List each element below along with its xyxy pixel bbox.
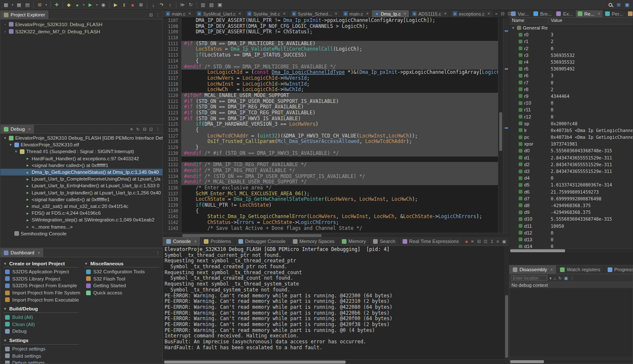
scrollbar-thumb[interactable] xyxy=(510,360,544,363)
dashboard-item[interactable]: Debug xyxy=(1,328,81,335)
register-row[interactable]: d105.5556036043368748e-315 xyxy=(509,216,633,222)
column-header-name[interactable]: Name xyxy=(509,18,549,24)
close-icon[interactable]: × xyxy=(550,267,553,272)
pin-console-icon[interactable]: ▣ xyxy=(502,239,506,244)
code-line[interactable]: 1119 LocHwCh = LocLogicChId->HwChId; xyxy=(163,87,509,93)
location-input[interactable] xyxy=(511,275,547,281)
tab-watch-registers[interactable]: Watch registers xyxy=(557,265,604,274)
dashboard-item[interactable]: Debug settings xyxy=(1,359,81,364)
code-line[interactable]: 1141 Static_Dma_Ip_GetLogicChannelError(… xyxy=(163,214,509,220)
editor-vertical-scrollbar[interactable] xyxy=(498,18,503,233)
open-perspective-icon[interactable]: ⊞ xyxy=(615,1,622,9)
section-arrow-icon[interactable]: ▾ xyxy=(3,338,7,342)
close-icon[interactable]: × xyxy=(28,127,31,132)
register-row[interactable]: d9-4294968368.375 xyxy=(509,209,633,216)
scrollbar-thumb[interactable] xyxy=(499,112,502,151)
code-line[interactable]: 1128 OsIf_Trusted_Call1param(Mcl_Dma_Set… xyxy=(163,139,509,145)
code-line[interactable]: 1118 LocHwInst = LocLogicChId->HwInstId; xyxy=(163,81,509,87)
code-line[interactable]: 1111#if (STD_ON == DMA_IP_MULTICORE_IS_A… xyxy=(163,41,509,47)
register-row[interactable]: d22.8434743655551529e-311 xyxy=(509,161,633,168)
word-wrap-icon[interactable]: ≡ xyxy=(497,239,499,244)
dashboard-section-header[interactable]: ▾Miscellaneous xyxy=(84,260,159,267)
minimize-icon[interactable]: ⊟ xyxy=(499,11,506,16)
section-arrow-icon[interactable]: ▾ xyxy=(3,262,7,266)
code-line[interactable]: 1116 LocLogicChId = (const Dma_Ip_LogicC… xyxy=(163,70,509,75)
debug-tree-item[interactable]: ▸<...more frames...> xyxy=(0,223,162,230)
new-wizard-icon[interactable]: ✚ xyxy=(53,1,60,9)
save-all-icon[interactable]: ▤ xyxy=(24,1,31,9)
view-tab-bre[interactable]: Bre... xyxy=(531,10,554,17)
debug-dropdown-arrow[interactable]: ▾ xyxy=(82,1,86,9)
dashboard-item[interactable]: Quick access xyxy=(82,289,162,297)
console-vertical-scrollbar[interactable] xyxy=(504,246,509,359)
register-row[interactable]: r20 xyxy=(509,45,633,52)
code-line[interactable]: 1113 if(LocStatus == DMA_IP_STATUS_SUCCE… xyxy=(163,52,509,58)
close-icon[interactable]: × xyxy=(238,11,241,16)
debug-perspective-icon[interactable]: ▣ xyxy=(623,1,631,9)
expand-arrow-icon[interactable]: ▾ xyxy=(14,149,18,154)
profile-icon[interactable]: ◉ xyxy=(100,1,107,9)
maximize-icon[interactable]: ⊡ xyxy=(149,127,153,132)
editor-tab[interactable]: cSysMcal_Uart.c× xyxy=(194,10,244,17)
column-header-value[interactable]: Value xyxy=(549,18,633,24)
new-dropdown-arrow[interactable]: ▾ xyxy=(11,1,14,9)
editor-tab[interactable]: cmain.c× xyxy=(341,10,372,17)
clear-console-icon[interactable]: ⊡ xyxy=(484,239,487,244)
close-icon[interactable]: × xyxy=(487,11,490,16)
expand-arrow-icon[interactable]: ▾ xyxy=(8,143,13,147)
code-line[interactable]: 1139 if(NULL_PTR != LocChState) xyxy=(163,202,509,208)
code-line[interactable]: 1135#endif /* MCAL_ENABLE_USER_MODE_SUPP… xyxy=(163,179,509,185)
console-tab-search[interactable]: Search xyxy=(370,237,399,245)
debug-tree-item[interactable]: ▸<signal handler called>() at 0xfffffff1 xyxy=(0,162,162,169)
debug-tree-item[interactable]: ▸mul_s32_sat() at mul_s32_sat.c:20 0x41f… xyxy=(0,203,162,210)
code-line[interactable]: 1117 LocHwVers = LocLogicChId->HwVersId; xyxy=(163,75,509,81)
dashboard-item[interactable]: S32 Configuration Tools xyxy=(82,268,162,275)
registers-horizontal-scrollbar[interactable] xyxy=(509,248,633,253)
code-line[interactable]: 1134#endif /* (STD_ON == DMA_IP_USER_MOD… xyxy=(163,174,509,180)
register-row[interactable]: d140 xyxy=(509,243,633,248)
register-group-row[interactable]: ▾General Re xyxy=(509,24,633,31)
register-row[interactable]: d120 xyxy=(509,229,633,236)
code-line[interactable]: 1140 { xyxy=(163,208,509,214)
home-icon[interactable]: ⌂ xyxy=(554,276,556,280)
close-icon[interactable]: × xyxy=(403,11,406,16)
resume-icon[interactable]: ▶ xyxy=(112,1,119,9)
view-menu-icon[interactable]: ⋮ xyxy=(570,276,574,280)
console-tab-real-time-expressions[interactable]: Real Time Expressions xyxy=(399,237,463,245)
code-line[interactable]: 1127 LocHwTcdChAddr = (uint32)(&DMA_IP_H… xyxy=(163,133,509,139)
collapse-all-icon[interactable]: ⊟ xyxy=(149,13,153,17)
terminate-icon[interactable]: ■ xyxy=(129,1,136,9)
expand-arrow-icon[interactable]: ▾ xyxy=(511,26,515,30)
pin-view-icon[interactable]: ▣ xyxy=(216,1,224,9)
dashboard-item[interactable]: S32DS Project From Example xyxy=(1,282,81,289)
code-line[interactable]: 1131 xyxy=(163,156,509,162)
scrollbar-thumb[interactable] xyxy=(164,361,346,364)
debug-tree-item[interactable]: ▸HardFault_Handler() at exceptions.c:97 … xyxy=(0,155,162,162)
ruler-mark[interactable] xyxy=(505,68,508,70)
refresh-icon[interactable]: ↻ xyxy=(558,276,562,280)
dashboard-section-header[interactable]: ▾Build/Debug xyxy=(3,305,79,313)
step-into-icon[interactable]: ↓ xyxy=(149,1,157,9)
editor-tab[interactable]: cmain.c× xyxy=(163,10,194,17)
flash-programmer-icon[interactable]: ◆ xyxy=(65,1,73,9)
close-icon[interactable]: × xyxy=(38,251,40,255)
code-line[interactable]: 1143 /* Save last Active + Done flags an… xyxy=(163,226,509,232)
debug-tree-item[interactable]: ▸SWintegration_step() at SWintegration.c… xyxy=(0,216,162,223)
editor-tab[interactable]: cDma_Ip.c× xyxy=(372,10,409,17)
code-line[interactable]: 1137 SchM_Enter_Mcl_MCL_EXCLUSIVE_AREA_0… xyxy=(163,191,509,197)
restart-icon[interactable]: ↻ xyxy=(136,127,140,132)
register-row[interactable]: d70.69999992800876498 xyxy=(509,195,633,202)
remove-all-launches-icon[interactable]: ⊟ xyxy=(477,239,481,244)
console-tab-problems[interactable]: Problems xyxy=(200,237,235,245)
code-line[interactable]: 1112 LocStatus = Dma_Ip_ValidateMultiCor… xyxy=(163,46,509,52)
dashboard-item[interactable]: Import Project from Executable xyxy=(1,296,81,303)
code-line[interactable]: 1129 } xyxy=(163,145,509,151)
expand-arrow-icon[interactable]: › xyxy=(3,30,7,34)
terminate-icon[interactable]: ■ xyxy=(465,239,468,244)
tab-overflow-icon[interactable]: » xyxy=(493,11,499,16)
dashboard-section-header[interactable]: ▾Create or Import Project xyxy=(3,260,79,267)
dashboard-item[interactable]: Project settings xyxy=(1,345,81,353)
search-icon[interactable] xyxy=(606,1,614,9)
register-row[interactable]: d621.759998091459273 xyxy=(509,189,633,195)
code-line[interactable]: 1130#endif /* #if (STD_ON == DMA_IP_HWV3… xyxy=(163,151,509,156)
